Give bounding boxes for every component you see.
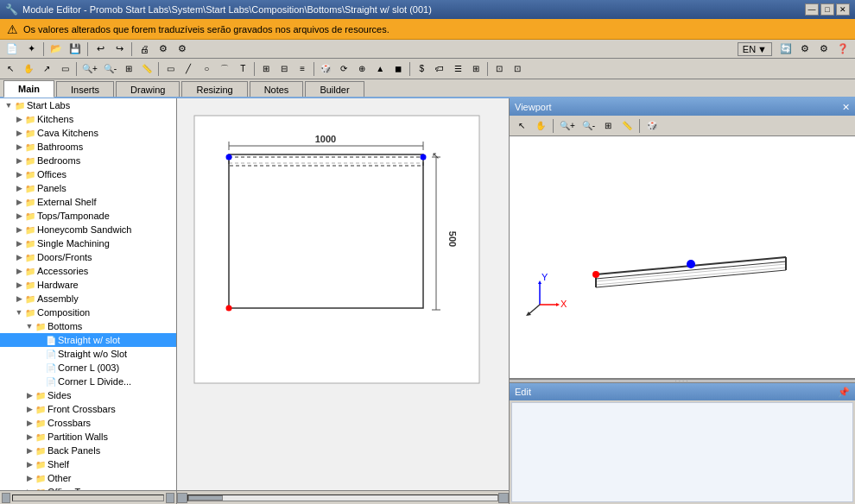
tool-line[interactable]: ╱: [180, 60, 197, 78]
tool-grid[interactable]: ⊞: [257, 60, 275, 78]
tree-item-backpanels[interactable]: ▶ 📁 Back Panels: [0, 444, 176, 457]
tab-main[interactable]: Main: [3, 80, 54, 98]
tree-item-kitchens[interactable]: ▶ 📁 Kitchens: [0, 112, 176, 126]
tool-extra1[interactable]: ⊡: [491, 60, 508, 78]
tool-cursor[interactable]: ↖: [2, 60, 19, 78]
vp-hand[interactable]: ✋: [532, 117, 549, 135]
tab-builder[interactable]: Builder: [305, 81, 364, 97]
tree-item-hardware[interactable]: ▶ 📁 Hardware: [0, 278, 176, 292]
tree-item-sides[interactable]: ▶ 📁 Sides: [0, 388, 176, 402]
viewport-canvas[interactable]: Y X: [510, 136, 855, 378]
tool-pointer[interactable]: ↗: [38, 60, 55, 78]
tool-pan[interactable]: ⊕: [353, 60, 370, 78]
expand-icon: ▶: [14, 238, 24, 249]
vp-3d[interactable]: 🎲: [643, 117, 661, 135]
tree-view[interactable]: ▼ 📁 Start Labs ▶ 📁 Kitchens ▶ 📁 Cava Kit…: [0, 98, 176, 490]
tool-rect[interactable]: ▭: [162, 60, 179, 78]
toolbar-undo[interactable]: ↩: [92, 41, 109, 57]
toolbar-help[interactable]: ❓: [834, 41, 852, 57]
tool-list[interactable]: ☰: [449, 60, 466, 78]
tool-table[interactable]: ⊞: [467, 60, 484, 78]
svg-marker-21: [556, 303, 560, 306]
tool-rotate[interactable]: ⟳: [335, 60, 352, 78]
tool-align[interactable]: ≡: [294, 60, 311, 78]
tree-item-externalshelf[interactable]: ▶ 📁 External Shelf: [0, 195, 176, 209]
tree-item-straightwslot[interactable]: 📄 Straight w/ slot: [0, 333, 176, 347]
toolbar-sync[interactable]: 🔄: [777, 41, 795, 57]
tab-drawing[interactable]: Drawing: [116, 81, 180, 97]
tool-zoom-out[interactable]: 🔍-: [101, 60, 119, 78]
tree-item-crossbars[interactable]: ▶ 📁 Crossbars: [0, 416, 176, 430]
vp-zoom-out[interactable]: 🔍-: [580, 117, 598, 135]
menu-file[interactable]: 📄: [3, 41, 21, 57]
tool-arc[interactable]: ⌒: [216, 60, 233, 78]
tool-material[interactable]: ◼: [390, 60, 407, 78]
tab-inserts[interactable]: Inserts: [56, 81, 114, 97]
toolbar-settings[interactable]: ⚙: [155, 41, 172, 57]
tool-hand[interactable]: ✋: [20, 60, 37, 78]
tree-item-straightwoslot[interactable]: 📄 Straight w/o Slot: [0, 347, 176, 361]
toolbar-redo[interactable]: ↪: [111, 41, 128, 57]
tree-item-bedrooms[interactable]: ▶ 📁 Bedrooms: [0, 154, 176, 167]
toolbar-open[interactable]: 📂: [48, 41, 65, 57]
vp-fit[interactable]: ⊞: [599, 117, 617, 135]
tree-item-cornerl003[interactable]: 📄 Corner L (003): [0, 361, 176, 375]
tree-item-bottoms[interactable]: ▼ 📁 Bottoms: [0, 319, 176, 333]
tree-item-tops[interactable]: ▶ 📁 Tops/Tamponade: [0, 209, 176, 223]
tool-dollar[interactable]: $: [413, 60, 430, 78]
tree-item-cavakitchens[interactable]: ▶ 📁 Cava Kitchens: [0, 126, 176, 140]
tool-text[interactable]: T: [234, 60, 251, 78]
secondary-toolbar: ↖ ✋ ↗ ▭ 🔍+ 🔍- ⊞ 📏 ▭ ╱ ○ ⌒ T ⊞ ⊟ ≡ 🎲 ⟳ ⊕ …: [0, 59, 855, 79]
toolbar-gear2[interactable]: ⚙: [815, 41, 833, 57]
tool-select[interactable]: ▭: [56, 60, 73, 78]
toolbar-settings2[interactable]: ⚙: [174, 41, 191, 57]
warning-text: Os valores alterados que forem traduzíve…: [23, 24, 390, 35]
viewport-close[interactable]: ✕: [842, 102, 850, 113]
tool-3d[interactable]: 🎲: [317, 60, 334, 78]
tool-circle[interactable]: ○: [198, 60, 215, 78]
close-button[interactable]: ✕: [836, 3, 850, 16]
expand-icon: ▶: [14, 224, 24, 235]
tree-item-panels[interactable]: ▶ 📁 Panels: [0, 181, 176, 195]
toolbar-new[interactable]: ✦: [22, 41, 40, 57]
tree-item-honeycomb[interactable]: ▶ 📁 Honeycomb Sandwich: [0, 223, 176, 236]
tree-horizontal-scrollbar[interactable]: [0, 490, 176, 504]
tool-tag[interactable]: 🏷: [431, 60, 448, 78]
tree-item-cornerldi[interactable]: 📄 Corner L Divide...: [0, 375, 176, 388]
tree-item-other[interactable]: ▶ 📁 Other: [0, 471, 176, 485]
drawing-canvas[interactable]: 1000 500 ↖: [177, 98, 509, 490]
vp-cursor[interactable]: ↖: [513, 117, 530, 135]
tree-item-composition[interactable]: ▼ 📁 Composition: [0, 306, 176, 319]
language-button[interactable]: EN ▼: [738, 42, 772, 56]
expand-icon: ▶: [14, 128, 24, 138]
tool-extra2[interactable]: ⊡: [509, 60, 526, 78]
tree-item-singlemachining[interactable]: ▶ 📁 Single Machining: [0, 236, 176, 250]
tab-notes[interactable]: Notes: [250, 81, 304, 97]
tab-resizing[interactable]: Resizing: [181, 81, 247, 97]
tree-item-shelf[interactable]: ▶ 📁 Shelf: [0, 457, 176, 471]
tree-item-offices[interactable]: ▶ 📁 Offices: [0, 167, 176, 181]
toolbar-save[interactable]: 💾: [66, 41, 84, 57]
tool-zoom-in[interactable]: 🔍+: [79, 60, 100, 78]
tree-item-partitionwalls[interactable]: ▶ 📁 Partition Walls: [0, 430, 176, 444]
edit-content[interactable]: [511, 402, 853, 502]
tree-item-assembly[interactable]: ▶ 📁 Assembly: [0, 292, 176, 306]
tree-item-startlabs[interactable]: ▼ 📁 Start Labs: [0, 98, 176, 112]
tree-item-bathrooms[interactable]: ▶ 📁 Bathrooms: [0, 140, 176, 154]
vp-zoom-in[interactable]: 🔍+: [557, 117, 578, 135]
maximize-button[interactable]: □: [820, 3, 834, 16]
tree-item-frontcrossbars[interactable]: ▶ 📁 Front Crossbars: [0, 402, 176, 416]
edit-pin[interactable]: 📌: [838, 387, 850, 398]
toolbar-gear[interactable]: ⚙: [796, 41, 814, 57]
vp-measure[interactable]: 📏: [618, 117, 636, 135]
toolbar-print[interactable]: 🖨: [136, 41, 153, 57]
drawing-horizontal-scrollbar[interactable]: [177, 490, 509, 504]
tree-item-doorsfronts[interactable]: ▶ 📁 Doors/Fronts: [0, 250, 176, 264]
tree-item-accessories[interactable]: ▶ 📁 Accessories: [0, 264, 176, 278]
minimize-button[interactable]: —: [805, 3, 819, 16]
vp-dot-red: [592, 271, 599, 278]
tool-measure[interactable]: 📏: [138, 60, 155, 78]
tool-extrude[interactable]: ▲: [371, 60, 389, 78]
tool-snap[interactable]: ⊟: [276, 60, 293, 78]
tool-fit[interactable]: ⊞: [120, 60, 137, 78]
